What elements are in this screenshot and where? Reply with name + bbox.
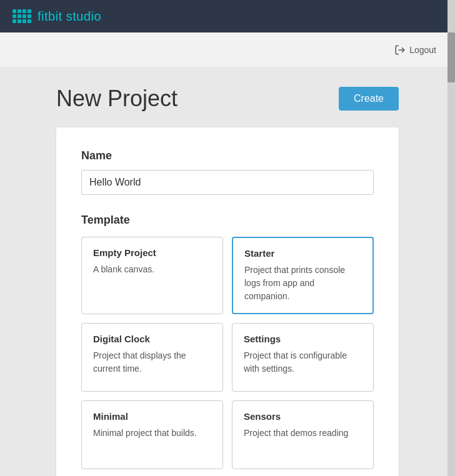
scrollbar[interactable] xyxy=(448,0,455,476)
form-card: Name Template Empty Project A blank canv… xyxy=(56,127,399,476)
template-title-digital-clock: Digital Clock xyxy=(93,334,211,344)
logout-icon xyxy=(394,44,406,56)
create-button[interactable]: Create xyxy=(339,87,399,111)
template-title-sensors: Sensors xyxy=(244,411,362,422)
template-desc-starter: Project that prints console logs from ap… xyxy=(244,264,361,303)
template-title-minimal: Minimal xyxy=(93,411,211,422)
logo-dots-icon xyxy=(12,9,31,23)
templates-grid: Empty Project A blank canvas. Starter Pr… xyxy=(81,237,374,469)
page-header: New Project Create xyxy=(56,86,399,112)
main-content: New Project Create Name Template Empty P… xyxy=(0,67,455,476)
template-card-minimal[interactable]: Minimal Minimal project that builds. xyxy=(81,400,223,469)
template-title-starter: Starter xyxy=(244,248,361,259)
template-desc-sensors: Project that demos reading xyxy=(244,427,362,440)
template-card-empty[interactable]: Empty Project A blank canvas. xyxy=(81,237,223,314)
template-title-empty: Empty Project xyxy=(93,247,211,258)
logout-label: Logout xyxy=(409,45,436,55)
template-desc-minimal: Minimal project that builds. xyxy=(93,427,211,440)
template-desc-empty: A blank canvas. xyxy=(93,263,211,276)
project-name-input[interactable] xyxy=(81,170,374,195)
logo-text: fitbit studio xyxy=(38,9,101,24)
template-desc-digital-clock: Project that displays the current time. xyxy=(93,349,211,375)
name-label: Name xyxy=(81,149,374,162)
top-bar: Logout xyxy=(0,32,455,67)
template-card-sensors[interactable]: Sensors Project that demos reading xyxy=(232,400,374,469)
logout-button[interactable]: Logout xyxy=(394,44,436,56)
app-header: fitbit studio xyxy=(0,0,455,32)
template-card-starter[interactable]: Starter Project that prints console logs… xyxy=(232,237,374,314)
page-title: New Project xyxy=(56,86,178,112)
template-card-settings[interactable]: Settings Project that is configurable wi… xyxy=(232,323,374,392)
template-card-digital-clock[interactable]: Digital Clock Project that displays the … xyxy=(81,323,223,392)
template-title-settings: Settings xyxy=(244,334,362,344)
template-label: Template xyxy=(81,214,374,227)
logo: fitbit studio xyxy=(12,9,101,24)
template-desc-settings: Project that is configurable with settin… xyxy=(244,349,362,375)
scrollbar-thumb[interactable] xyxy=(448,32,455,82)
